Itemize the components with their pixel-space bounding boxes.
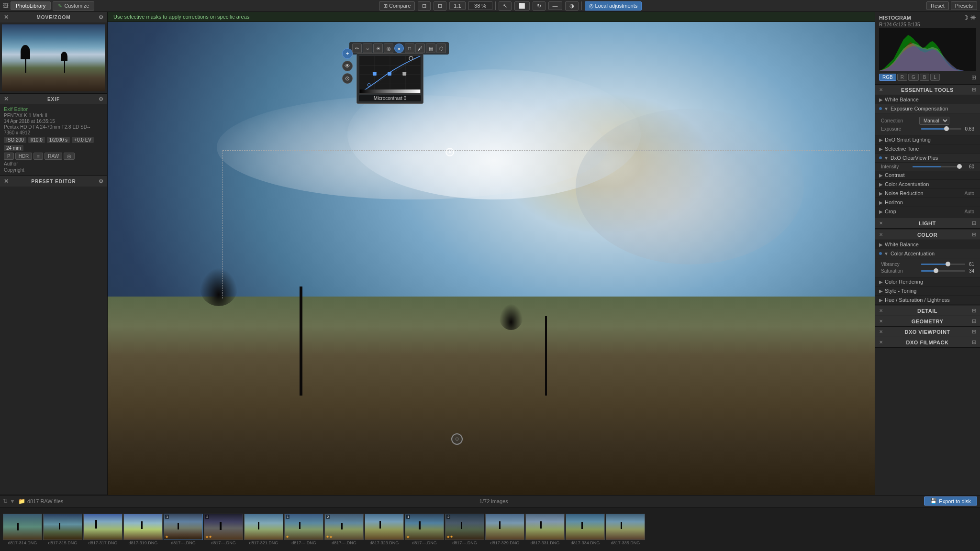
exposure-thumb[interactable] (944, 126, 949, 131)
tool-crop[interactable]: ▶ Crop Auto (875, 207, 980, 216)
dxo-filmpack-header[interactable]: ✕ DXO FILMPACK ⊞ (875, 337, 980, 348)
vibrancy-thumb[interactable] (946, 262, 950, 266)
single-view-button[interactable]: ⊟ (434, 1, 446, 11)
move-zoom-gear[interactable]: ⚙ (99, 14, 103, 21)
smart-lighting-expand[interactable]: ▶ (879, 137, 883, 143)
tool-brush[interactable]: 🖌 (415, 44, 425, 53)
tool-clearview[interactable]: ▼ DxO ClearView Plus (875, 154, 980, 163)
rotate-button[interactable]: ↻ (533, 1, 546, 11)
hist-sun-icon[interactable]: ☀ (970, 14, 976, 22)
film-thumb-3[interactable] (83, 514, 122, 540)
film-thumb-1[interactable] (3, 514, 42, 540)
move-zoom-close[interactable]: ✕ (4, 14, 9, 21)
color-expand[interactable]: ⊞ (972, 231, 976, 238)
detail-section-header[interactable]: ✕ DETAIL ⊞ (875, 306, 980, 316)
detail-expand[interactable]: ⊞ (972, 308, 976, 314)
bottom-circle[interactable]: ⊙ (451, 433, 463, 445)
side-tool-eye[interactable]: 👁 (342, 61, 353, 71)
color-accentuation-collapse[interactable]: ▼ (884, 251, 889, 256)
cursor-button[interactable]: ↖ (499, 1, 512, 11)
viewpoint-expand[interactable]: ⊞ (972, 329, 976, 335)
light-close-icon[interactable]: ✕ (879, 220, 883, 226)
tool-white-balance[interactable]: ▶ White Balance (875, 95, 980, 104)
hist-mode-rgb[interactable]: RGB (879, 74, 896, 81)
filmpack-close-icon[interactable]: ✕ (879, 340, 883, 345)
film-thumb-13[interactable] (485, 514, 524, 540)
view-mode-button[interactable]: ⊡ (418, 1, 431, 11)
hist-mode-g[interactable]: G (908, 74, 919, 81)
tool-contrast[interactable]: ▶ Contrast (875, 171, 980, 180)
tool-selective-tone[interactable]: ▶ Selective Tone (875, 144, 980, 154)
tool-style-toning[interactable]: ▶ Style - Toning (875, 287, 980, 296)
film-thumb-14[interactable] (525, 514, 565, 540)
film-item-1[interactable]: d817-314.DNG (3, 514, 42, 545)
film-item-12[interactable]: 2 ★★ d817---.DNG (445, 514, 484, 545)
wb-expand-icon[interactable]: ▶ (879, 97, 883, 102)
film-item-6[interactable]: 2 ★★ d817---.DNG (204, 514, 243, 545)
color-close-icon[interactable]: ✕ (879, 232, 883, 237)
film-item-15[interactable]: d817-334.DNG (566, 514, 605, 545)
clearview-collapse-icon[interactable]: ▼ (884, 155, 889, 161)
film-item-7[interactable]: d817-321.DNG (244, 514, 283, 545)
color-rendering-expand[interactable]: ▶ (879, 279, 883, 285)
selective-tone-expand[interactable]: ▶ (879, 146, 883, 152)
essential-expand[interactable]: ⊞ (972, 87, 976, 93)
crop-button[interactable]: ⬜ (514, 1, 530, 11)
film-thumb-4[interactable] (123, 514, 163, 540)
color-accentuation-item[interactable]: ▼ Color Accentuation (875, 249, 980, 258)
film-thumb-8[interactable]: 1 ★ (284, 514, 323, 540)
essential-tools-header[interactable]: ✕ ESSENTIAL TOOLS ⊞ (875, 85, 980, 95)
film-item-11[interactable]: 1 ★ d817---.DNG (405, 514, 444, 545)
correction-dropdown[interactable]: Manual (919, 117, 949, 125)
tool-gradient[interactable]: ▤ (426, 44, 435, 53)
preset-editor-header[interactable]: ✕ PRESET EDITOR ⚙ (0, 176, 107, 187)
geometry-expand[interactable]: ⊞ (972, 318, 976, 324)
tool-noise-reduction[interactable]: ▶ Noise Reduction Auto (875, 189, 980, 198)
tool-hsl[interactable]: ▶ Hue / Saturation / Lightness (875, 296, 980, 305)
canvas-area[interactable]: ✏ ○ ☀ ◎ ● □ 🖌 ▤ ⬡ + (108, 22, 875, 495)
film-item-5[interactable]: 1 ★ d817---.DNG (164, 514, 203, 545)
tool-horizon[interactable]: ▶ Horizon (875, 198, 980, 207)
film-item-2[interactable]: d817-315.DNG (43, 514, 82, 545)
film-thumb-7[interactable] (244, 514, 283, 540)
dxo-viewpoint-header[interactable]: ✕ DXO VIEWPOINT ⊞ (875, 327, 980, 337)
tool-sun[interactable]: ☀ (373, 44, 383, 53)
sort-icon[interactable]: ⇅ (3, 498, 8, 505)
noise-reduction-expand[interactable]: ▶ (879, 191, 883, 196)
film-item-16[interactable]: d817-335.DNG (606, 514, 645, 545)
saturation-thumb[interactable] (934, 268, 938, 273)
tool-dot[interactable]: ● (394, 44, 404, 53)
mask-button[interactable]: ◑ (565, 1, 579, 11)
tool-lasso[interactable]: ⬡ (436, 44, 446, 53)
side-tool-active[interactable]: + (342, 48, 353, 59)
viewpoint-close-icon[interactable]: ✕ (879, 329, 883, 334)
light-expand[interactable]: ⊞ (972, 220, 976, 226)
film-item-8[interactable]: 1 ★ d817---.DNG (284, 514, 323, 545)
film-thumb-15[interactable] (566, 514, 605, 540)
tab-customize[interactable]: ✎ Customize (53, 1, 94, 11)
vibrancy-slider[interactable] (921, 264, 965, 265)
film-item-13[interactable]: d817-329.DNG (485, 514, 524, 545)
hist-mode-b[interactable]: B (920, 74, 930, 81)
exif-editor-link[interactable]: Exif Editor (4, 106, 103, 112)
presets-button[interactable]: Presets (951, 1, 977, 10)
zoom-display[interactable]: 38 % (468, 1, 492, 10)
film-item-10[interactable]: d817-323.DNG (365, 514, 404, 545)
exif-gear[interactable]: ⚙ (99, 96, 103, 102)
tool-square[interactable]: □ (405, 44, 414, 53)
essential-close-icon[interactable]: ✕ (879, 87, 883, 92)
app-icon[interactable]: 🖼 (3, 2, 9, 9)
tab-photo-library[interactable]: PhotoLibrary (11, 1, 51, 10)
film-item-4[interactable]: d817-319.DNG (123, 514, 163, 545)
hist-mode-l[interactable]: L (930, 74, 940, 81)
intensity-thumb[interactable] (957, 164, 962, 169)
hist-mode-r[interactable]: R (897, 74, 907, 81)
geometry-close-icon[interactable]: ✕ (879, 319, 883, 324)
film-item-3[interactable]: d817-317.DNG (83, 514, 122, 545)
exposure-slider[interactable] (921, 128, 961, 130)
exif-header[interactable]: ✕ EXIF ⚙ (0, 94, 107, 104)
exposure-collapse-icon[interactable]: ▼ (884, 106, 889, 111)
tool-exposure-compensation[interactable]: ▼ Exposure Compensation (875, 104, 980, 113)
horizon-expand[interactable]: ▶ (879, 200, 883, 205)
tool-target[interactable]: ◎ (384, 44, 393, 53)
